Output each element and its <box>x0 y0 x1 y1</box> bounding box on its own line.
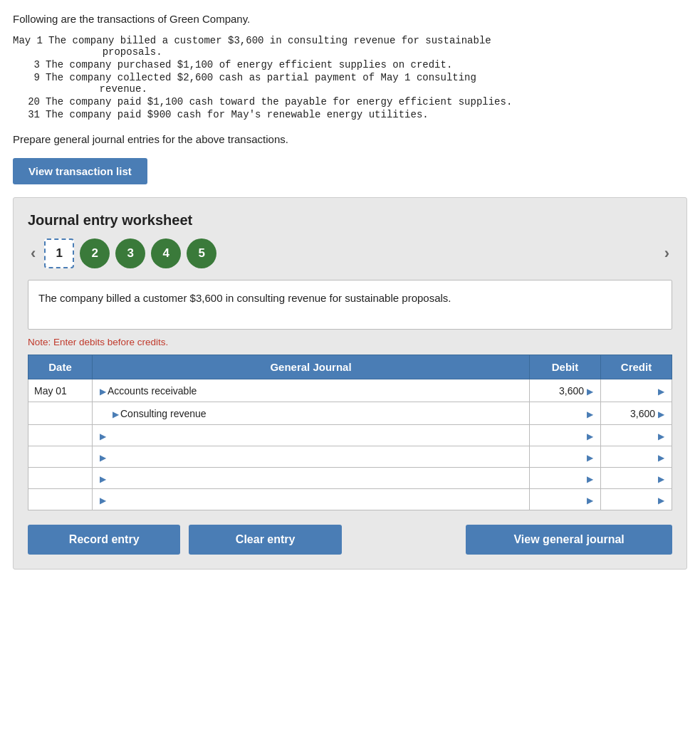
credit-cell[interactable]: 3,600▶ <box>601 402 672 425</box>
date-cell[interactable] <box>28 425 93 446</box>
note-text: Note: Enter debits before credits. <box>28 337 672 347</box>
tab-prev-button[interactable]: ‹ <box>28 246 38 261</box>
table-row: May 01 ▶Accounts receivable 3,600▶ ▶ <box>28 379 672 402</box>
trans-desc-3: The company collected $2,600 cash as par… <box>46 72 687 95</box>
credit-arrow: ▶ <box>658 431 664 441</box>
cell-arrow: ▶ <box>100 495 106 505</box>
journal-table: Date General Journal Debit Credit May 01… <box>28 355 672 510</box>
transactions-list: May 1 The company billed a customer $3,6… <box>13 35 687 120</box>
trans-desc-1: The company billed a customer $3,600 in … <box>48 35 687 58</box>
date-cell: May 01 <box>28 379 93 402</box>
credit-cell[interactable]: ▶ <box>601 379 672 402</box>
credit-cell[interactable]: ▶ <box>601 468 672 489</box>
trans-num-1: May 1 <box>13 35 48 58</box>
trans-row-5: 31 The company paid $900 cash for May's … <box>13 109 687 120</box>
trans-num-4: 20 <box>13 96 46 107</box>
cell-arrow: ▶ <box>100 474 106 484</box>
trans-desc-5: The company paid $900 cash for May's ren… <box>46 109 687 120</box>
trans-num-3: 9 <box>13 72 46 95</box>
journal-cell[interactable]: ▶ <box>93 446 530 468</box>
debit-arrow: ▶ <box>587 495 593 505</box>
cell-arrow: ▶ <box>113 409 119 419</box>
tab-button-3[interactable]: 3 <box>115 238 145 268</box>
col-header-journal: General Journal <box>93 355 530 379</box>
date-cell <box>28 402 93 425</box>
debit-cell[interactable]: ▶ <box>530 489 601 510</box>
trans-row-2: 3 The company purchased $1,100 of energy… <box>13 59 687 70</box>
trans-desc-4: The company paid $1,100 cash toward the … <box>46 96 687 107</box>
table-row: ▶ ▶ ▶ <box>28 489 672 510</box>
credit-arrow: ▶ <box>658 474 664 484</box>
trans-desc-2: The company purchased $1,100 of energy e… <box>46 59 687 70</box>
credit-cell[interactable]: ▶ <box>601 489 672 510</box>
debit-cell[interactable]: ▶ <box>530 468 601 489</box>
tab-button-4[interactable]: 4 <box>151 238 181 268</box>
credit-cell[interactable]: ▶ <box>601 446 672 468</box>
credit-cell[interactable]: ▶ <box>601 425 672 446</box>
transaction-desc-box: The company billed a customer $3,600 in … <box>28 280 672 330</box>
debit-cell[interactable]: ▶ <box>530 425 601 446</box>
journal-cell[interactable]: ▶Accounts receivable <box>93 379 530 402</box>
debit-arrow: ▶ <box>587 431 593 441</box>
trans-num-5: 31 <box>13 109 46 120</box>
journal-cell[interactable]: ▶ <box>93 489 530 510</box>
cell-arrow: ▶ <box>100 387 106 397</box>
table-row: ▶ ▶ ▶ <box>28 425 672 446</box>
credit-arrow: ▶ <box>658 387 664 397</box>
prepare-text: Prepare general journal entries for the … <box>13 133 687 145</box>
tab-button-5[interactable]: 5 <box>187 238 216 268</box>
debit-cell[interactable]: 3,600▶ <box>530 379 601 402</box>
record-entry-button[interactable]: Record entry <box>28 525 180 555</box>
view-general-journal-button[interactable]: View general journal <box>466 525 672 555</box>
col-header-credit: Credit <box>601 355 672 379</box>
debit-cell[interactable]: ▶ <box>530 402 601 425</box>
debit-cell[interactable]: ▶ <box>530 446 601 468</box>
worksheet-title: Journal entry worksheet <box>28 212 672 229</box>
cell-arrow: ▶ <box>100 431 106 441</box>
debit-arrow: ▶ <box>587 387 593 397</box>
table-row: ▶ ▶ ▶ <box>28 468 672 489</box>
date-cell[interactable] <box>28 468 93 489</box>
tab-next-button[interactable]: › <box>662 246 672 261</box>
debit-arrow: ▶ <box>587 474 593 484</box>
credit-arrow: ▶ <box>658 409 664 419</box>
tab-button-2[interactable]: 2 <box>80 238 110 268</box>
trans-row-1: May 1 The company billed a customer $3,6… <box>13 35 687 58</box>
journal-cell-indented[interactable]: ▶Consulting revenue <box>93 402 530 425</box>
bottom-buttons: Record entry Clear entry View general jo… <box>28 525 672 555</box>
col-header-debit: Debit <box>530 355 601 379</box>
credit-arrow: ▶ <box>658 495 664 505</box>
cell-arrow: ▶ <box>100 453 106 463</box>
tabs-row: ‹ 1 2 3 4 5 › <box>28 238 672 268</box>
trans-row-4: 20 The company paid $1,100 cash toward t… <box>13 96 687 107</box>
credit-arrow: ▶ <box>658 453 664 463</box>
trans-row-3: 9 The company collected $2,600 cash as p… <box>13 72 687 95</box>
worksheet-container: Journal entry worksheet ‹ 1 2 3 4 5 › Th… <box>13 197 687 570</box>
journal-cell[interactable]: ▶ <box>93 468 530 489</box>
date-cell[interactable] <box>28 446 93 468</box>
journal-cell[interactable]: ▶ <box>93 425 530 446</box>
col-header-date: Date <box>28 355 93 379</box>
debit-arrow: ▶ <box>587 453 593 463</box>
view-transaction-list-button[interactable]: View transaction list <box>13 158 147 184</box>
table-row: ▶ ▶ ▶ <box>28 446 672 468</box>
clear-entry-button[interactable]: Clear entry <box>189 525 341 555</box>
debit-arrow: ▶ <box>587 409 593 419</box>
date-cell[interactable] <box>28 489 93 510</box>
intro-text: Following are the transactions of Green … <box>13 13 687 25</box>
tab-button-1[interactable]: 1 <box>44 238 74 268</box>
trans-num-2: 3 <box>13 59 46 70</box>
table-row: ▶Consulting revenue ▶ 3,600▶ <box>28 402 672 425</box>
